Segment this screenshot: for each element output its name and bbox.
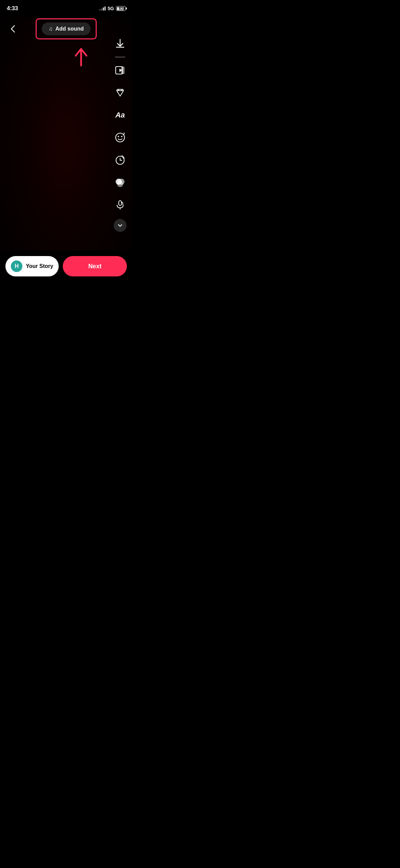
tool-divider [115, 57, 125, 57]
svg-point-9 [117, 181, 123, 187]
signal-bars-icon [99, 6, 106, 11]
status-time: 4:33 [7, 5, 18, 12]
story-label: Your Story [26, 263, 53, 269]
music-note-icon: ♫ [49, 26, 53, 32]
arrow-annotation [73, 43, 89, 69]
svg-point-5 [121, 136, 122, 137]
battery-icon: 83 [116, 6, 126, 11]
bottom-bar: H Your Story Next [0, 251, 132, 287]
download-button[interactable] [112, 36, 128, 52]
text-button[interactable]: Aa [112, 107, 128, 123]
next-button[interactable]: Next [63, 256, 127, 276]
network-type-label: 5G [108, 6, 114, 11]
your-story-button[interactable]: H Your Story [5, 256, 59, 276]
add-sound-wrapper: ♫ Add sound [42, 22, 91, 35]
svg-rect-2 [121, 67, 125, 74]
svg-point-4 [118, 136, 119, 137]
next-label: Next [88, 263, 101, 270]
text-tool-icon: Aa [115, 111, 125, 120]
bottom-buttons: H Your Story Next [5, 256, 127, 276]
status-icons: 5G 83 [99, 6, 126, 11]
color-filter-button[interactable] [112, 174, 128, 191]
add-sound-label: Add sound [55, 26, 84, 32]
back-button[interactable] [5, 21, 20, 36]
right-tools-panel: Aa [112, 36, 128, 232]
story-avatar: H [11, 260, 22, 272]
story-avatar-letter: H [15, 263, 19, 269]
effects-button[interactable] [112, 85, 128, 101]
voiceover-button[interactable] [112, 197, 128, 213]
svg-rect-10 [119, 201, 121, 205]
sticker-button[interactable] [112, 129, 128, 146]
template-button[interactable] [112, 62, 128, 78]
battery-level: 83 [116, 6, 125, 11]
svg-point-3 [116, 133, 125, 142]
add-sound-button[interactable]: ♫ Add sound [42, 22, 91, 35]
status-bar: 4:33 5G 83 [0, 0, 132, 17]
timer-button[interactable] [112, 152, 128, 168]
more-tools-button[interactable] [114, 219, 127, 232]
